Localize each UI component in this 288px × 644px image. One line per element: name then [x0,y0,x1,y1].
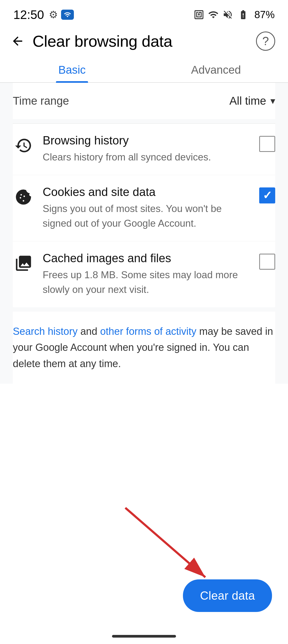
cached-images-checkbox[interactable] [259,254,275,270]
battery-percent: 87% [254,9,275,21]
options-list: Browsing history Clears history from all… [13,124,275,307]
status-left: 12:50 ⚙ [13,7,74,22]
cached-images-desc: Frees up 1.8 MB. Some sites may load mor… [43,268,251,297]
cookies-text: Cookies and site data Signs you out of m… [43,185,251,231]
option-cookies: Cookies and site data Signs you out of m… [13,175,275,241]
battery-icon [237,9,250,20]
cookies-icon [13,186,34,208]
status-right-icons [194,9,250,20]
browsing-history-checkbox[interactable] [259,136,275,152]
arrow-annotation [109,500,221,591]
settings-icon: ⚙ [49,9,58,21]
page-title: Clear browsing data [33,32,172,50]
content-area: Time range All time ▾ Browsing history C… [0,83,288,384]
button-area: Clear data [183,579,272,612]
option-cached-images: Cached images and files Frees up 1.8 MB.… [13,241,275,307]
browsing-history-icon [13,135,34,156]
tabs-container: Basic Advanced [0,56,288,83]
tab-basic[interactable]: Basic [0,56,144,82]
browsing-history-desc: Clears history from all synced devices. [43,150,251,165]
help-button[interactable]: ? [256,32,275,51]
help-icon: ? [262,34,269,48]
cookies-title: Cookies and site data [43,185,251,199]
tab-advanced[interactable]: Advanced [144,56,288,82]
header-left: Clear browsing data [11,32,172,50]
time-range-label: Time range [13,95,69,107]
cached-images-icon [13,253,34,274]
back-button[interactable] [11,34,25,48]
cookies-checkbox[interactable]: ✓ [259,187,275,203]
page-header: Clear browsing data ? [0,26,288,56]
wifi-icon [208,9,219,20]
nfc-icon [194,9,204,20]
cookies-desc: Signs you out of most sites. You won't b… [43,201,251,231]
status-time: 12:50 [13,7,44,22]
time-range-selector[interactable]: All time ▾ [229,95,275,107]
svg-line-1 [125,508,205,577]
home-indicator [112,635,176,638]
time-range-value: All time [229,95,266,107]
status-right: 87% [194,9,275,21]
status-icons: ⚙ [49,9,74,21]
status-bar: 12:50 ⚙ [0,0,288,26]
browsing-history-title: Browsing history [43,134,251,147]
cached-images-text: Cached images and files Frees up 1.8 MB.… [43,252,251,297]
info-text: Search history and other forms of activi… [13,312,275,384]
cached-images-title: Cached images and files [43,252,251,265]
other-activity-link[interactable]: other forms of activity [100,326,196,337]
clear-data-button[interactable]: Clear data [183,579,272,612]
time-range-row: Time range All time ▾ [13,83,275,119]
option-browsing-history: Browsing history Clears history from all… [13,124,275,175]
checkmark-icon: ✓ [263,190,272,201]
browsing-history-text: Browsing history Clears history from all… [43,134,251,165]
search-history-link[interactable]: Search history [13,326,78,337]
mute-icon [222,9,233,20]
dropdown-arrow-icon: ▾ [270,95,275,107]
radio-icon [61,10,74,20]
